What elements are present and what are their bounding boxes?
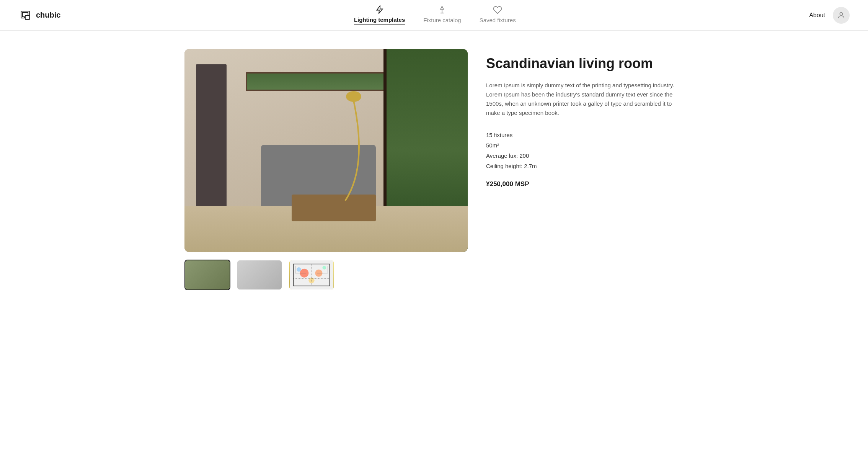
heart-icon: [493, 5, 502, 15]
product-specs: 15 fixtures 50m² Average lux: 200 Ceilin…: [486, 130, 684, 171]
logo[interactable]: chubic: [18, 8, 60, 22]
nav-lighting-templates[interactable]: Lighting templates: [354, 5, 405, 25]
window-top: [246, 72, 399, 91]
nav-right: About: [809, 7, 850, 24]
nav-items: Lighting templates Fixture catalog Saved…: [354, 5, 516, 25]
spec-ceiling: Ceiling height: 2.7m: [486, 161, 684, 171]
thumb-2-image: [237, 260, 282, 289]
spec-lux: Average lux: 200: [486, 150, 684, 161]
svg-point-4: [346, 91, 361, 102]
navigation: chubic Lighting templates Fixture catalo…: [0, 0, 868, 31]
svg-point-3: [840, 12, 842, 15]
arc-lamp: [322, 90, 368, 206]
thumb-3-image: [289, 260, 334, 289]
image-section: [184, 49, 468, 290]
user-icon: [837, 11, 845, 20]
nav-saved-fixtures[interactable]: Saved fixtures: [480, 5, 516, 25]
svg-point-2: [442, 7, 442, 7]
logo-text: chubic: [36, 11, 60, 20]
nav-fixture-catalog[interactable]: Fixture catalog: [423, 5, 461, 25]
svg-point-10: [297, 267, 301, 271]
detail-section: Scandinavian living room Lorem Ipsum is …: [486, 49, 684, 188]
room-scene: [184, 49, 468, 252]
lamp-icon: [437, 5, 447, 15]
logo-icon: [18, 8, 32, 22]
thumbnail-strip: [184, 260, 468, 290]
main-content: Scandinavian living room Lorem Ipsum is …: [166, 31, 702, 313]
thumb-1-image: [185, 260, 230, 289]
spec-fixtures: 15 fixtures: [486, 130, 684, 140]
nav-saved-label: Saved fixtures: [480, 17, 516, 23]
door: [196, 64, 227, 225]
thumbnail-2[interactable]: [237, 260, 282, 290]
nav-lighting-label: Lighting templates: [354, 16, 405, 23]
thumbnail-1[interactable]: [184, 260, 230, 290]
product-description: Lorem Ipsum is simply dummy text of the …: [486, 81, 684, 118]
about-link[interactable]: About: [809, 12, 825, 19]
product-title: Scandinavian living room: [486, 55, 684, 72]
main-image: [184, 49, 468, 252]
svg-point-11: [323, 266, 326, 270]
nav-catalog-label: Fixture catalog: [423, 17, 461, 23]
spec-area: 50m²: [486, 140, 684, 150]
product-price: ¥250,000 MSP: [486, 180, 684, 188]
thumbnail-3[interactable]: [289, 260, 334, 290]
lightning-icon: [375, 5, 384, 14]
user-avatar[interactable]: [833, 7, 850, 24]
